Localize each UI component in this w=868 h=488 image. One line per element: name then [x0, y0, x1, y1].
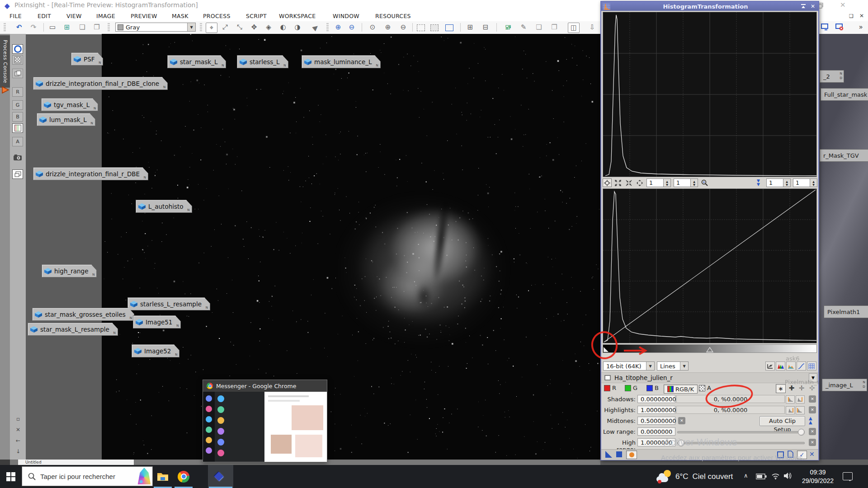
- select-region-icon[interactable]: [417, 24, 425, 31]
- side-tab-_2[interactable]: _2ND: [820, 70, 844, 83]
- fit-window-icon[interactable]: ⊞: [465, 23, 476, 32]
- process-console-play-icon[interactable]: [1, 86, 9, 94]
- menu-mask[interactable]: MASK: [172, 13, 189, 19]
- screen-transfer-icon[interactable]: [821, 23, 830, 31]
- vzoom-value[interactable]: 1: [674, 178, 691, 187]
- taskbar-search[interactable]: Taper ici pour rechercher: [22, 466, 153, 486]
- pan-icon[interactable]: ✥: [249, 23, 259, 32]
- toggle-log-icon[interactable]: [765, 361, 775, 371]
- shadows-clip2-icon[interactable]: [796, 395, 805, 404]
- curve-icon[interactable]: [797, 361, 806, 371]
- low-range-input[interactable]: 0.0000000: [637, 427, 675, 436]
- apply-icon[interactable]: [616, 451, 622, 457]
- highlights-clip2-icon[interactable]: [796, 406, 805, 414]
- image-tab-image51[interactable]: Image51N: [133, 315, 181, 328]
- grid-icon[interactable]: [807, 361, 816, 371]
- zoom-fit-icon[interactable]: ⊕: [382, 23, 393, 32]
- select-all-icon[interactable]: [430, 24, 439, 31]
- low-range-knob[interactable]: [798, 429, 805, 436]
- menu-view[interactable]: VIEW: [66, 13, 82, 19]
- close-window-icon[interactable]: ✕: [840, 1, 846, 9]
- download-icon[interactable]: ⇩: [587, 23, 598, 32]
- high-range-reset-icon[interactable]: ✕: [809, 439, 816, 446]
- histogram-transformation-dialog[interactable]: HistogramTransformation ✕ 1▲▼ 1▲▼ ▼▼ 1▲▼…: [600, 1, 819, 460]
- image-tab-tgv_mask_l[interactable]: tgv_mask_LN: [41, 98, 98, 111]
- clone-icon[interactable]: ❐: [91, 23, 102, 32]
- taskbar-explorer[interactable]: [152, 465, 174, 488]
- midtones-input[interactable]: 0.50000000: [637, 417, 675, 425]
- image-tab-image52[interactable]: Image52N: [132, 344, 179, 357]
- highlights-clip-icon[interactable]: [786, 406, 795, 414]
- diamond-move-icon[interactable]: ◈: [263, 23, 274, 32]
- child-restore-icon[interactable]: ❑: [849, 13, 854, 19]
- hzoom2-value[interactable]: 1: [766, 178, 783, 187]
- highlights-input[interactable]: 1.00000000: [637, 406, 675, 414]
- menu-image[interactable]: IMAGE: [96, 13, 115, 19]
- expand-icon[interactable]: ⤢: [220, 23, 231, 32]
- rename-icon[interactable]: ▭: [47, 23, 58, 32]
- histogram-clip-sliders[interactable]: [603, 344, 817, 353]
- spinner-arrows[interactable]: ▲▼: [664, 178, 671, 187]
- image-tab-starless_l[interactable]: starless_LN: [237, 55, 288, 68]
- vertical-zoom-spinner[interactable]: 1▲▼: [674, 178, 698, 187]
- redo-icon[interactable]: ↷: [28, 23, 39, 32]
- spinner-arrows[interactable]: ▲▼: [783, 178, 791, 187]
- collapse-icon[interactable]: ⤡: [234, 23, 245, 32]
- low-range-slider[interactable]: [677, 431, 805, 433]
- undo-icon[interactable]: ↶: [14, 23, 24, 32]
- channel-g-button[interactable]: G: [12, 100, 23, 110]
- child-close-icon[interactable]: ✕: [859, 13, 864, 19]
- stf-button[interactable]: ◫: [568, 23, 580, 33]
- channel-rgbk-selected[interactable]: RGB/K: [664, 385, 698, 394]
- menu-window[interactable]: WINDOW: [333, 13, 359, 19]
- low-range-reset-icon[interactable]: ✕: [809, 428, 816, 435]
- menu-resources[interactable]: RESOURCES: [375, 13, 411, 19]
- fit-view-icon[interactable]: ⊟: [480, 23, 491, 32]
- dock-close-icon[interactable]: ✕: [14, 427, 23, 433]
- new-preview-icon[interactable]: ⊞: [61, 23, 72, 32]
- rgb-histogram-icon[interactable]: [776, 361, 785, 371]
- windows-button[interactable]: [12, 169, 23, 179]
- resolution-select[interactable]: 16-bit (64K)▼: [603, 361, 655, 371]
- channel-b[interactable]: B: [646, 385, 659, 391]
- output-h-spinner[interactable]: 1▲▼: [766, 178, 791, 187]
- image-tab-mask_luminance_l[interactable]: mask_luminance_LN: [302, 55, 381, 68]
- output-v-spinner[interactable]: 1▲▼: [793, 178, 817, 187]
- filled-histogram-icon[interactable]: [786, 361, 796, 371]
- zoom-11-icon[interactable]: ⊙: [367, 23, 378, 32]
- hzoom-value[interactable]: 1: [646, 178, 664, 187]
- image-tab-high_range[interactable]: high_rangeN: [42, 264, 97, 277]
- zoom-in-icon[interactable]: ⊕: [333, 23, 344, 32]
- process-console-tab[interactable]: Process Console: [0, 35, 10, 88]
- image-tab-psf[interactable]: PSFN: [71, 52, 103, 66]
- auto-clip-setup-button[interactable]: Auto Clip Setup: [760, 416, 805, 426]
- battery-icon[interactable]: [756, 474, 767, 479]
- dialog-titlebar[interactable]: HistogramTransformation ✕: [601, 2, 818, 11]
- channel-b-button[interactable]: B: [12, 112, 23, 122]
- chevron-down-icon[interactable]: ▼: [187, 23, 195, 31]
- channel-a[interactable]: A: [699, 385, 711, 391]
- chevron-down-icon[interactable]: ▼: [680, 362, 688, 370]
- workspace-tab-untitled[interactable]: Untitled: [18, 460, 134, 465]
- track-view-button[interactable]: ⌖: [206, 23, 217, 33]
- zoom-out-icon[interactable]: ⊖: [346, 23, 357, 32]
- alpha-mode-button[interactable]: [12, 55, 23, 65]
- side-tab-full_star_mask[interactable]: Full_star_maskND: [821, 88, 868, 101]
- contrast-a-icon[interactable]: ◐: [278, 23, 288, 32]
- search-highlight-graphic[interactable]: [137, 467, 152, 485]
- messenger-preview-window[interactable]: Messenger - Google Chrome: [203, 380, 327, 462]
- taskbar-clock[interactable]: 09:39 29/09/2022: [799, 468, 836, 485]
- wifi-icon[interactable]: [771, 473, 780, 479]
- horizontal-zoom-spinner[interactable]: 1▲▼: [646, 178, 671, 187]
- taskbar-weather[interactable]: 6°C Ciel couvert: [656, 465, 733, 488]
- duplicate-icon[interactable]: ❏: [77, 23, 88, 32]
- channel-rgb-button[interactable]: [12, 123, 23, 133]
- highlights-reset-icon[interactable]: ✕: [809, 406, 816, 413]
- layers-button[interactable]: [12, 69, 23, 78]
- zoom-in-both-button[interactable]: [624, 178, 633, 187]
- speaker-icon[interactable]: [783, 472, 793, 479]
- track-cursor-button[interactable]: [603, 178, 612, 187]
- image-tab-lum_mask_l[interactable]: lum_mask_LN: [37, 113, 95, 126]
- cancel-cross-icon[interactable]: ✕: [809, 450, 815, 458]
- channel-a-button[interactable]: A: [12, 137, 23, 146]
